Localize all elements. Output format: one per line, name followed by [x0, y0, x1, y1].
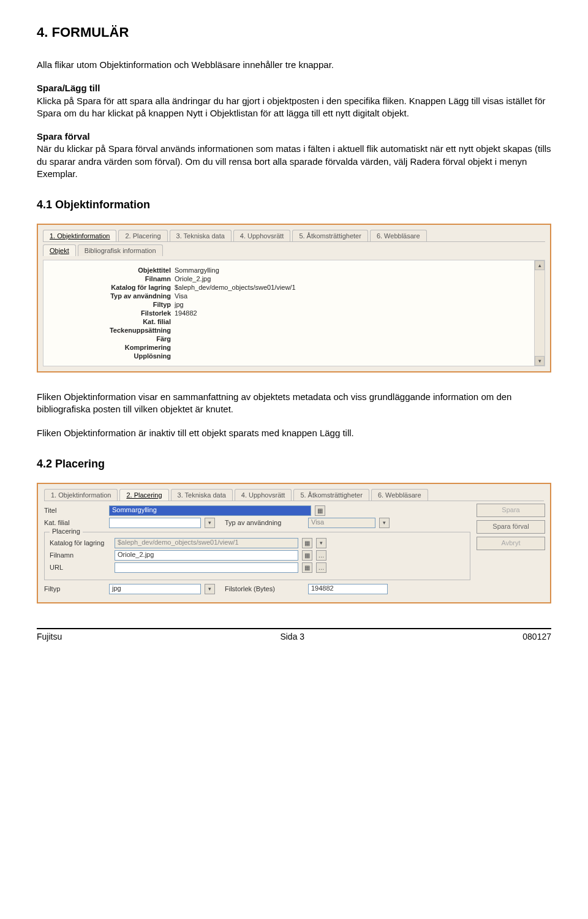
label-spara-lagg: Spara/Lägg till	[37, 83, 100, 93]
info-label: Upplösning	[48, 352, 175, 360]
fieldset-placering: Placering Katalog för lagring $aleph_dev…	[44, 532, 470, 580]
dropdown-icon[interactable]: ▾	[316, 538, 326, 548]
label-filtyp: Filtyp	[44, 585, 105, 592]
label-katalog: Katalog för lagring	[50, 539, 111, 546]
input-filtyp[interactable]: jpg	[109, 584, 201, 594]
info-row: Upplösning	[48, 352, 527, 360]
panel-placering: 1. Objektinformation 2. Placering 3. Tek…	[37, 483, 551, 603]
scrollbar[interactable]: ▴ ▾	[534, 260, 545, 366]
tab-atkomstrattigheter-2[interactable]: 5. Åtkomsträttigheter	[293, 489, 369, 501]
info-row: FilnamnOriole_2.jpg	[48, 275, 527, 282]
tabs-row-main-2: 1. Objektinformation 2. Placering 3. Tek…	[44, 489, 544, 501]
label-spara-forval: Spara förval	[37, 131, 90, 142]
info-label: Färg	[48, 335, 175, 342]
info-value: Sommargylling	[175, 267, 527, 274]
input-filstorlek[interactable]: 194882	[308, 584, 388, 594]
label-url: URL	[50, 564, 111, 571]
info-value	[175, 318, 527, 325]
info-label: Teckenuppsättning	[48, 327, 175, 334]
page-footer: Fujitsu Sida 3 080127	[37, 628, 551, 641]
input-titel[interactable]: Sommargylling	[109, 505, 311, 516]
info-value	[175, 335, 527, 342]
info-label: Typ av användning	[48, 292, 175, 300]
info-value: jpg	[175, 301, 527, 308]
footer-left: Fujitsu	[37, 632, 62, 641]
tab-tekniska-data[interactable]: 3. Tekniska data	[170, 230, 232, 241]
tab-webblasare-2[interactable]: 6. Webbläsare	[371, 489, 428, 501]
info-area: ▴ ▾ ObjekttitelSommargylling FilnamnOrio…	[43, 260, 545, 366]
footer-center: Sida 3	[280, 632, 304, 641]
dropdown-icon[interactable]: ▾	[205, 584, 215, 594]
tab-objektinformation[interactable]: 1. Objektinformation	[43, 230, 116, 241]
footer-right: 080127	[522, 632, 551, 641]
tab-tekniska-data-2[interactable]: 3. Tekniska data	[171, 489, 233, 501]
paragraph-spara-forval: Spara förval När du klickar på Spara för…	[37, 130, 551, 180]
info-value	[175, 327, 527, 334]
panel-objektinformation: 1. Objektinformation 2. Placering 3. Tek…	[37, 224, 551, 373]
input-katfilial[interactable]	[109, 518, 201, 528]
input-typ: Visa	[308, 518, 375, 528]
heading-41: 4.1 Objektinformation	[37, 199, 551, 211]
browse-icon[interactable]: …	[316, 550, 326, 561]
text-spara-lagg: Klicka på Spara för att spara alla ändri…	[37, 96, 545, 118]
info-value: $aleph_dev/demo_objects/swe01/view/1	[175, 284, 527, 291]
info-row: Filtypjpg	[48, 301, 527, 308]
browse-icon[interactable]: …	[316, 562, 326, 573]
scroll-down-icon[interactable]: ▾	[535, 356, 545, 366]
info-row: Teckenuppsättning	[48, 327, 527, 334]
lookup-icon[interactable]: ▦	[302, 538, 312, 548]
heading-formular: 4. FORMULÄR	[37, 25, 551, 40]
info-value	[175, 352, 527, 360]
tab-atkomstrattigheter[interactable]: 5. Åtkomsträttigheter	[292, 230, 368, 241]
info-row: Komprimering	[48, 344, 527, 351]
label-katfilial: Kat. filial	[44, 519, 105, 526]
paragraph-spara-lagg: Spara/Lägg till Klicka på Spara för att …	[37, 82, 551, 119]
tab-placering[interactable]: 2. Placering	[118, 230, 167, 241]
input-filnamn[interactable]: Oriole_2.jpg	[115, 550, 298, 561]
info-value	[175, 344, 527, 351]
tab-placering-2[interactable]: 2. Placering	[119, 489, 168, 501]
paragraph-intro: Alla flikar utom Objektinformation och W…	[37, 59, 551, 71]
tabs-row-main: 1. Objektinformation 2. Placering 3. Tek…	[43, 230, 545, 242]
tab-objektinformation-2[interactable]: 1. Objektinformation	[44, 489, 118, 501]
info-label: Komprimering	[48, 344, 175, 351]
tab-upphovsratt-2[interactable]: 4. Upphovsrätt	[235, 489, 292, 501]
tab-upphovsratt[interactable]: 4. Upphovsrätt	[233, 230, 291, 241]
info-row: Färg	[48, 335, 527, 342]
info-value: Oriole_2.jpg	[175, 275, 527, 282]
label-typ: Typ av användning	[219, 519, 304, 526]
info-label: Filnamn	[48, 275, 175, 282]
tab-webblasare[interactable]: 6. Webbläsare	[370, 230, 427, 241]
text-spara-forval: När du klickar på Spara förval används i…	[37, 143, 551, 179]
input-katalog: $aleph_dev/demo_objects/swe01/view/1	[115, 538, 298, 548]
lookup-icon[interactable]: ▦	[315, 505, 325, 516]
info-row: Filstorlek194882	[48, 309, 527, 317]
paragraph-41b: Fliken Objektinformation är inaktiv till…	[37, 427, 551, 439]
subtabs-row: Objekt Bibliografisk information	[43, 244, 545, 256]
lookup-icon[interactable]: ▦	[302, 550, 312, 561]
paragraph-41a: Fliken Objektinformation visar en samman…	[37, 391, 551, 416]
info-value: 194882	[175, 309, 527, 317]
subtab-objekt[interactable]: Objekt	[43, 244, 76, 256]
info-label: Filstorlek	[48, 309, 175, 317]
dropdown-icon[interactable]: ▾	[379, 518, 390, 528]
info-row: Katalog för lagring$aleph_dev/demo_objec…	[48, 284, 527, 291]
label-filstorlek: Filstorlek (Bytes)	[219, 585, 304, 592]
scroll-up-icon[interactable]: ▴	[535, 260, 545, 270]
info-label: Objekttitel	[48, 267, 175, 274]
label-titel: Titel	[44, 507, 105, 514]
label-filnamn: Filnamn	[50, 551, 111, 559]
info-row: Kat. filial	[48, 318, 527, 325]
input-url[interactable]	[115, 562, 298, 573]
info-row: Typ av användningVisa	[48, 292, 527, 300]
spara-forval-button[interactable]: Spara förval	[477, 520, 545, 534]
avbryt-button[interactable]: Avbryt	[477, 537, 545, 550]
spara-button[interactable]: Spara	[477, 504, 545, 517]
info-label: Katalog för lagring	[48, 284, 175, 291]
info-value: Visa	[175, 292, 527, 300]
dropdown-icon[interactable]: ▾	[205, 518, 215, 528]
heading-42: 4.2 Placering	[37, 458, 551, 471]
lookup-icon[interactable]: ▦	[302, 562, 312, 573]
info-row: ObjekttitelSommargylling	[48, 267, 527, 274]
subtab-bibliografisk[interactable]: Bibliografisk information	[78, 244, 163, 256]
